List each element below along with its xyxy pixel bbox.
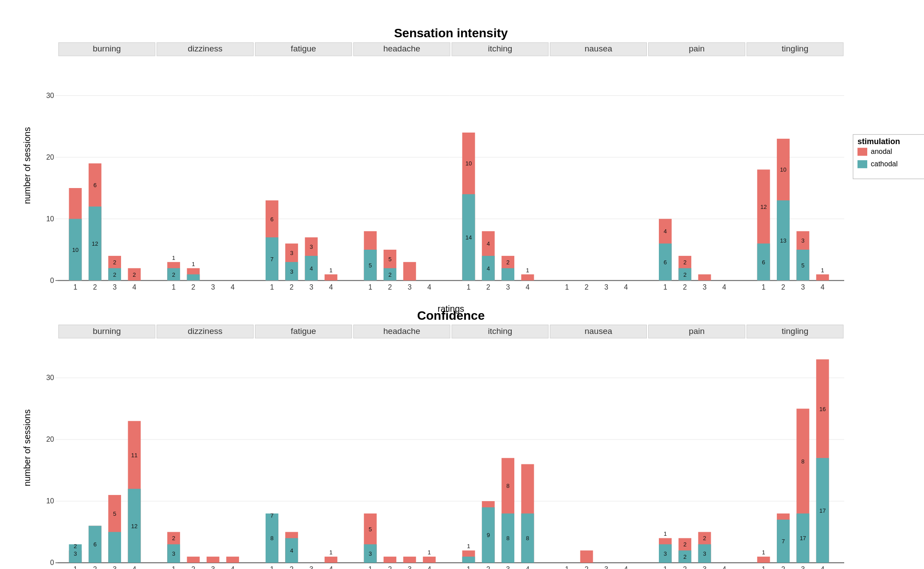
chart-container <box>0 0 924 569</box>
